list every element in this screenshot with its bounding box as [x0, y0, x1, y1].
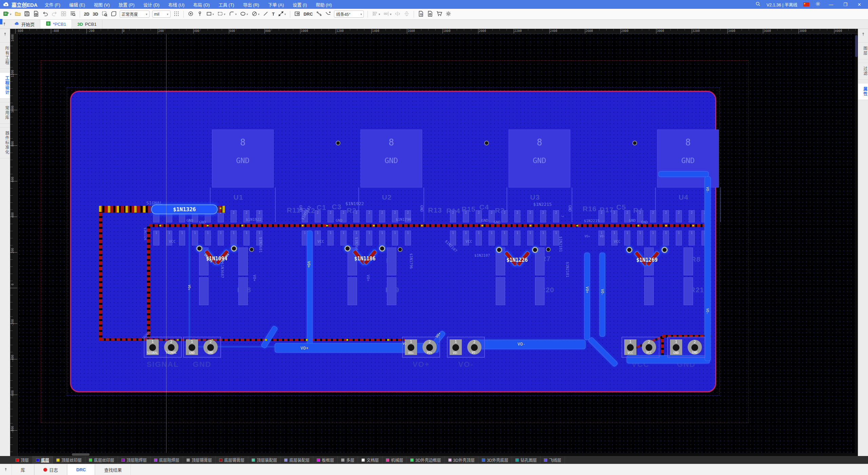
layer-tab-顶层锡膏层[interactable]: 顶层锡膏层 [183, 456, 216, 464]
layer-tab-顶层阻焊层[interactable]: 顶层阻焊层 [118, 456, 151, 464]
smd-pad[interactable]: 1 [689, 231, 695, 245]
layer-tab-顶层丝印层[interactable]: 顶层丝印层 [53, 456, 85, 464]
connector-pad-1[interactable]: 1VO- [450, 339, 462, 355]
order-cart[interactable] [435, 10, 443, 18]
find-component[interactable] [68, 10, 77, 18]
place-via[interactable] [186, 10, 195, 18]
smd-pad[interactable]: 2 [514, 210, 520, 222]
smd-pad[interactable]: 2 [663, 210, 669, 222]
via[interactable] [496, 247, 502, 253]
connector-pad-2[interactable]: 2VO+ [422, 340, 437, 355]
restore-button[interactable]: ❐ [841, 2, 849, 7]
layer-tab-底层[interactable]: 底层 [33, 456, 53, 464]
unit-select[interactable]: mil▾ [152, 11, 171, 18]
smd-pad[interactable]: 1 [540, 231, 546, 245]
right-sidebar-tab-图层[interactable]: 图层 [858, 42, 868, 59]
ic-thermal-pad-U1[interactable]: 8GND [212, 130, 274, 187]
view-3d[interactable]: 3D [92, 11, 100, 17]
bottom-tab-查找结果[interactable]: 查找结果 [95, 464, 131, 475]
smd-pad[interactable]: 1 [501, 231, 508, 245]
via[interactable] [532, 247, 538, 253]
layer-tab-顶层装配层[interactable]: 顶层装配层 [248, 456, 281, 464]
doc-tab-pcb1[interactable]: 3DPCB1 [72, 20, 102, 28]
search-icon[interactable] [755, 1, 761, 7]
smd-pad[interactable]: 2 [476, 210, 482, 222]
top-layer-trace[interactable] [99, 212, 102, 341]
place-dimension[interactable]: ▾ [277, 10, 288, 18]
connector-pad-1[interactable]: 1GND [186, 339, 198, 355]
smd-pad[interactable]: 1 [192, 231, 198, 245]
resistor-pad[interactable] [684, 277, 693, 305]
smd-pad[interactable]: 1 [392, 231, 398, 245]
save-history[interactable] [32, 10, 40, 18]
layer-tab-底层装配层[interactable]: 底层装配层 [281, 456, 313, 464]
smd-pad[interactable]: 1 [218, 231, 224, 245]
resistor-pad[interactable] [348, 277, 357, 305]
place-circle[interactable]: ▾ [250, 10, 261, 18]
smd-pad[interactable]: 2 [540, 210, 546, 222]
smd-pad[interactable]: 2 [379, 210, 385, 222]
resistor-pad[interactable] [238, 248, 248, 275]
undo[interactable] [41, 10, 50, 18]
right-sidebar-tab-过滤[interactable]: 过滤 [858, 63, 868, 80]
bottom-layer-trace[interactable] [584, 253, 590, 340]
place-ellipse[interactable]: ▾ [239, 10, 250, 18]
menu-item-3[interactable]: 放置 (P) [115, 1, 138, 8]
resistor-pad[interactable] [387, 277, 396, 305]
menu-item-5[interactable]: 布线 (U) [164, 1, 188, 8]
place-line[interactable] [261, 10, 270, 18]
menu-item-9[interactable]: 下单 (A) [264, 1, 288, 8]
left-sidebar-tab-常用库[interactable]: 常用库 [0, 102, 10, 124]
menu-item-8[interactable]: 导出 (R) [239, 1, 263, 8]
via[interactable] [379, 245, 385, 252]
free-via[interactable] [484, 141, 489, 145]
layer-tab-机械层[interactable]: 机械层 [382, 456, 407, 464]
smd-pad[interactable]: 1 [476, 231, 482, 245]
doc-tab-pcb1[interactable]: *PCB1 [40, 20, 72, 28]
smd-pad[interactable]: 2 [527, 210, 533, 222]
resistor-pad[interactable] [496, 277, 505, 305]
layer-tab-底层锡膏层[interactable]: 底层锡膏层 [216, 456, 248, 464]
smd-pad[interactable]: 2 [463, 210, 469, 222]
smd-pad[interactable]: 2 [553, 210, 559, 222]
free-via[interactable] [546, 247, 551, 252]
layer-tab-板框层[interactable]: 板框层 [313, 456, 338, 464]
smd-pad[interactable]: 1 [328, 231, 334, 245]
smd-pad[interactable]: 2 [689, 210, 695, 222]
left-sidebar-tab-工程设计[interactable]: 工程设计 [0, 72, 10, 99]
panel-edge-marker[interactable] [0, 19, 2, 24]
left-sidebar-tab-器件标准化[interactable]: 器件标准化 [0, 127, 10, 158]
left-sidebar-pin-icon[interactable] [3, 32, 7, 38]
smd-pad[interactable]: 2 [611, 210, 617, 222]
smd-pad[interactable]: 1 [366, 231, 372, 245]
via[interactable] [196, 245, 202, 252]
resistor-pad[interactable] [238, 277, 248, 305]
pcb-canvas[interactable]: 8GNDU18GNDU28GNDU38GNDU42121212121212121… [10, 29, 858, 456]
titlebar-settings-icon[interactable] [815, 1, 821, 7]
connector-pad-2[interactable]: 2VO- [467, 340, 481, 355]
zoom-select[interactable] [100, 10, 109, 18]
smd-pad[interactable]: 1 [663, 231, 669, 245]
bottom-layer-trace[interactable] [307, 231, 313, 350]
smd-pad[interactable]: 1 [405, 231, 411, 245]
left-sidebar-tab-所有工程[interactable]: 所有工程 [0, 42, 10, 69]
smd-pad[interactable]: 2 [650, 210, 656, 222]
right-sidebar-tab-属性[interactable]: 属性 [858, 83, 868, 100]
smd-pad[interactable]: 1 [489, 231, 495, 245]
vertical-scrollbar[interactable] [855, 34, 858, 456]
connector-pad-1[interactable]: 1VO+ [405, 339, 417, 355]
smd-pad[interactable]: 1 [514, 231, 520, 245]
smd-pad[interactable]: 1 [340, 231, 347, 245]
layer-tab-多层[interactable]: 多层 [338, 456, 358, 464]
close-button[interactable]: ✕ [855, 2, 863, 7]
new-document[interactable]: ▾ [2, 10, 13, 18]
place-arc[interactable]: ▾ [228, 10, 238, 18]
import-change[interactable] [293, 10, 301, 18]
fab-doc[interactable] [426, 10, 434, 18]
free-via[interactable] [336, 141, 340, 145]
layer-tab-顶层[interactable]: 顶层 [12, 456, 33, 464]
top-layer-bus-trace[interactable] [149, 224, 711, 227]
resistor-pad[interactable] [535, 277, 545, 305]
place-keepout[interactable]: ▾ [216, 10, 227, 18]
smd-pad[interactable]: 1 [624, 231, 630, 245]
